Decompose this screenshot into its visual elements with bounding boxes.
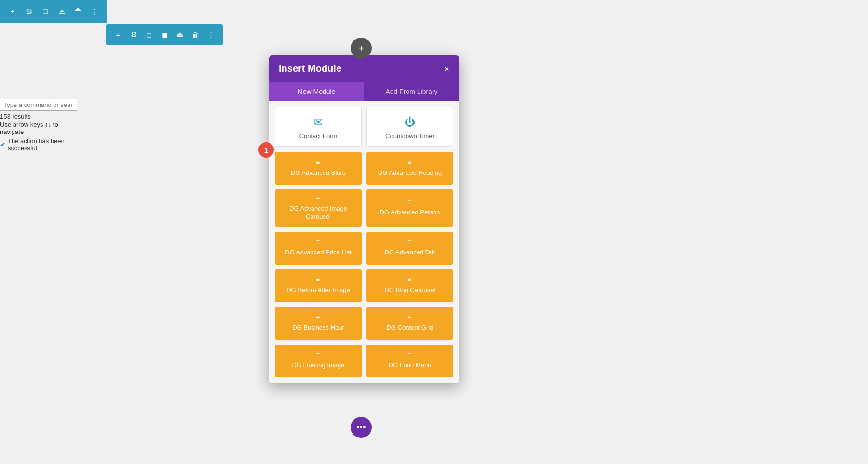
dg-content-grid-icon: ≡ <box>407 313 412 321</box>
countdown-timer-label: Countdown Timer <box>385 133 434 140</box>
sec-layout-icon[interactable]: □ <box>144 29 154 40</box>
dg-blog-carousel-icon: ≡ <box>407 276 412 283</box>
modal-title: Insert Module <box>279 63 341 74</box>
dg-floating-image-label: DG Floating Image <box>292 361 344 370</box>
module-dg-advanced-blurb[interactable]: ≡ DG Advanced Blurb <box>275 152 362 185</box>
sec-add-icon[interactable]: + <box>113 29 123 40</box>
module-dg-business-hour[interactable]: ≡ DG Business Hour <box>275 307 362 340</box>
success-message: ✔ The action has been successful <box>0 137 77 152</box>
module-dg-advanced-price-list[interactable]: ≡ DG Advanced Price List <box>275 232 362 265</box>
search-input[interactable] <box>0 99 77 111</box>
dg-advanced-blurb-label: DG Advanced Blurb <box>291 169 346 177</box>
module-grid: ✉ Contact Form ⏻ Countdown Timer ≡ DG Ad… <box>275 107 453 377</box>
dg-business-hour-icon: ≡ <box>316 313 321 321</box>
top-more-icon[interactable]: ⋮ <box>89 6 100 17</box>
dg-advanced-tab-icon: ≡ <box>407 238 412 246</box>
dg-advanced-image-carousel-label: DG Advanced Image Carousel <box>279 205 358 221</box>
dg-food-menu-icon: ≡ <box>407 351 412 358</box>
modal-tabs: New Module Add From Library <box>269 82 459 101</box>
sec-grid-icon[interactable]: ◼ <box>159 29 170 40</box>
dg-blog-carousel-label: DG Blog Carousel <box>385 286 435 294</box>
sec-gear-icon[interactable]: ⚙ <box>128 29 139 40</box>
top-trash-icon[interactable]: 🗑 <box>72 6 84 17</box>
dg-advanced-person-icon: ≡ <box>407 198 412 206</box>
module-dg-blog-carousel[interactable]: ≡ DG Blog Carousel <box>366 269 453 302</box>
contact-form-label: Contact Form <box>299 133 338 140</box>
dg-advanced-person-label: DG Advanced Person <box>380 209 440 217</box>
module-grid-container[interactable]: ✉ Contact Form ⏻ Countdown Timer ≡ DG Ad… <box>269 101 459 383</box>
module-dg-advanced-tab[interactable]: ≡ DG Advanced Tab <box>366 232 453 265</box>
top-gear-icon[interactable]: ⚙ <box>23 6 35 17</box>
module-countdown-timer[interactable]: ⏻ Countdown Timer <box>366 107 453 147</box>
dg-advanced-price-list-label: DG Advanced Price List <box>285 249 351 257</box>
module-dg-food-menu[interactable]: ≡ DG Food Menu <box>366 345 453 377</box>
dg-floating-image-icon: ≡ <box>316 351 321 358</box>
dg-food-menu-label: DG Food Menu <box>389 361 432 370</box>
module-dg-floating-image[interactable]: ≡ DG Floating Image <box>275 345 362 377</box>
tab-new-module[interactable]: New Module <box>269 82 364 101</box>
modal-header: Insert Module × <box>269 55 459 82</box>
dg-advanced-image-carousel-icon: ≡ <box>316 194 321 202</box>
add-circle-top-button[interactable]: + <box>351 38 372 59</box>
modal-close-button[interactable]: × <box>444 64 449 74</box>
module-contact-form[interactable]: ✉ Contact Form <box>275 107 362 147</box>
search-panel: 153 results Use arrow keys ↑↓ to navigat… <box>0 99 77 152</box>
dg-before-after-image-label: DG Before After Image <box>286 286 350 294</box>
dots-circle-bottom-button[interactable]: ••• <box>351 417 372 438</box>
dg-advanced-tab-label: DG Advanced Tab <box>385 249 435 257</box>
contact-form-icon: ✉ <box>314 116 323 129</box>
module-dg-advanced-heading[interactable]: ≡ DG Advanced Heading <box>366 152 453 185</box>
success-text: The action has been successful <box>8 137 77 152</box>
tab-add-from-library[interactable]: Add From Library <box>364 82 459 101</box>
dg-before-after-image-icon: ≡ <box>316 276 321 283</box>
sec-power-icon[interactable]: ⏏ <box>175 29 185 40</box>
module-dg-advanced-image-carousel[interactable]: ≡ DG Advanced Image Carousel <box>275 189 362 227</box>
result-count: 153 results <box>0 113 77 120</box>
top-add-icon[interactable]: + <box>7 6 18 17</box>
secondary-toolbar: + ⚙ □ ◼ ⏏ 🗑 ⋮ <box>106 24 223 45</box>
insert-module-modal: Insert Module × New Module Add From Libr… <box>269 55 459 383</box>
success-icon: ✔ <box>0 141 6 148</box>
top-toolbar: + ⚙ □ ⏏ 🗑 ⋮ <box>0 0 107 23</box>
dg-advanced-price-list-icon: ≡ <box>316 238 321 246</box>
dg-business-hour-label: DG Business Hour <box>292 324 344 332</box>
sec-more-icon[interactable]: ⋮ <box>205 29 216 40</box>
top-power-icon[interactable]: ⏏ <box>56 6 68 17</box>
dg-advanced-blurb-icon: ≡ <box>316 159 321 166</box>
sec-trash-icon[interactable]: 🗑 <box>190 29 201 40</box>
countdown-timer-icon: ⏻ <box>405 116 415 129</box>
dg-advanced-heading-label: DG Advanced Heading <box>378 169 442 177</box>
dg-advanced-heading-icon: ≡ <box>407 159 412 166</box>
top-layout-icon[interactable]: □ <box>40 6 51 17</box>
dg-content-grid-label: DG Content Grid <box>387 324 434 332</box>
module-dg-before-after-image[interactable]: ≡ DG Before After Image <box>275 269 362 302</box>
navigate-hint: Use arrow keys ↑↓ to navigate <box>0 121 77 135</box>
module-dg-advanced-person[interactable]: ≡ DG Advanced Person <box>366 189 453 227</box>
module-dg-content-grid[interactable]: ≡ DG Content Grid <box>366 307 453 340</box>
